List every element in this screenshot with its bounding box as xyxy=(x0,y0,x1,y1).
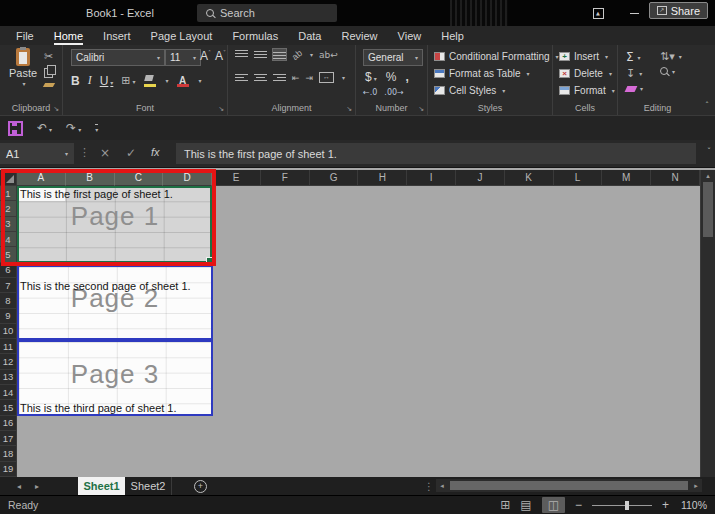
find-select-button[interactable]: ▾ xyxy=(660,67,675,75)
font-dialog-launcher[interactable]: ↘ xyxy=(218,105,224,113)
autosum-button[interactable]: Σ ▾ xyxy=(626,50,641,64)
delete-button[interactable]: Delete ▾ xyxy=(559,68,612,79)
search-box[interactable]: Search xyxy=(197,4,337,22)
row-header[interactable]: 8 xyxy=(0,293,17,308)
scroll-up-icon[interactable]: ▴ xyxy=(701,170,715,182)
next-sheet-button[interactable]: ▸ xyxy=(28,477,46,495)
row-header[interactable]: 14 xyxy=(0,385,17,400)
paste-button[interactable]: Paste ▾ xyxy=(6,48,40,96)
row-header[interactable]: 15 xyxy=(0,400,17,415)
ribbon-display-options-button[interactable]: ▲ xyxy=(584,0,612,26)
top-align-button[interactable] xyxy=(235,49,248,60)
row-header[interactable]: 16 xyxy=(0,416,17,431)
align-left-button[interactable] xyxy=(235,72,248,83)
expand-formula-bar-icon[interactable]: ˇ xyxy=(707,148,711,157)
scroll-left-icon[interactable]: ◂ xyxy=(436,482,448,490)
redo-button[interactable]: ↷▾ xyxy=(66,121,81,135)
insert-button[interactable]: Insert ▾ xyxy=(559,51,608,62)
zoom-slider[interactable] xyxy=(592,505,652,506)
orientation-button[interactable]: ab xyxy=(290,47,304,61)
column-header[interactable]: E xyxy=(212,170,261,186)
zoom-slider-thumb[interactable] xyxy=(625,501,629,510)
collapse-ribbon-button[interactable]: ˆ xyxy=(705,102,709,111)
sheet-tab-sheet2[interactable]: Sheet2 xyxy=(125,477,172,495)
column-header[interactable]: F xyxy=(261,170,310,186)
vertical-scrollbar[interactable]: ▴ xyxy=(700,170,715,477)
zoom-level[interactable]: 110% xyxy=(679,499,707,511)
normal-view-button[interactable]: ⊞ xyxy=(500,498,510,512)
font-name-select[interactable]: Calibri▾ xyxy=(71,49,165,66)
row-header[interactable]: 11 xyxy=(0,339,17,354)
number-dialog-launcher[interactable]: ↘ xyxy=(418,105,424,113)
row-header[interactable]: 9 xyxy=(0,309,17,324)
ribbon-tab[interactable]: Home xyxy=(44,26,93,45)
currency-button[interactable]: $▾ xyxy=(365,70,377,84)
format-button[interactable]: Format ▾ xyxy=(559,85,615,96)
align-right-button[interactable] xyxy=(273,72,286,83)
row-header[interactable]: 19 xyxy=(0,462,17,477)
ribbon-tab[interactable]: Insert xyxy=(93,26,141,45)
row-header[interactable]: 13 xyxy=(0,370,17,385)
zoom-out-button[interactable]: − xyxy=(575,498,582,512)
sort-filter-button[interactable]: ⇅▾ ▾ xyxy=(660,50,682,63)
zoom-in-button[interactable]: + xyxy=(662,498,669,512)
ribbon-tab[interactable]: Review xyxy=(331,26,387,45)
sheet-tab-sheet1[interactable]: Sheet1 xyxy=(78,477,125,495)
alignment-dialog-launcher[interactable]: ↘ xyxy=(346,105,352,113)
decrease-decimal-button[interactable]: .00→ xyxy=(384,88,403,97)
undo-button[interactable]: ↶▾ xyxy=(37,121,52,135)
column-header[interactable]: K xyxy=(505,170,554,186)
format-painter-button[interactable] xyxy=(43,83,55,87)
cell-styles-button[interactable]: Cell Styles ▾ xyxy=(434,85,505,96)
increase-font-button[interactable]: Aˆ xyxy=(200,49,211,63)
row-header[interactable]: 10 xyxy=(0,324,17,339)
horizontal-scroll-thumb[interactable] xyxy=(450,481,688,490)
fill-color-button[interactable] xyxy=(144,75,156,87)
font-size-select[interactable]: 11▾ xyxy=(165,49,201,66)
tab-scrollbar-splitter[interactable]: ⋮ xyxy=(424,481,434,492)
add-sheet-button[interactable]: + xyxy=(194,480,207,493)
center-button[interactable] xyxy=(254,72,267,83)
column-header[interactable]: N xyxy=(651,170,700,186)
merge-center-button[interactable]: ↔ xyxy=(319,72,334,83)
borders-button[interactable]: ⊞▾ xyxy=(121,74,135,87)
formula-input[interactable]: This is the first page of sheet 1. xyxy=(176,143,696,164)
bottom-align-button[interactable] xyxy=(273,49,286,60)
ribbon-tab[interactable]: Data xyxy=(288,26,331,45)
row-header[interactable]: 7 xyxy=(0,278,17,293)
name-box-splitter[interactable]: ⋮ xyxy=(79,146,90,159)
conditional-formatting-button[interactable]: Conditional Formatting ▾ xyxy=(434,51,559,62)
column-header[interactable]: I xyxy=(407,170,456,186)
increase-indent-button[interactable]: ⇥ xyxy=(306,73,314,83)
column-header[interactable]: J xyxy=(456,170,505,186)
minimize-button[interactable] xyxy=(620,0,648,26)
enter-check-icon[interactable]: ✓ xyxy=(126,146,136,160)
ribbon-tab[interactable]: Help xyxy=(431,26,474,45)
clear-button[interactable]: ▾ xyxy=(626,85,643,92)
decrease-font-button[interactable]: Aˇ xyxy=(215,49,226,63)
clipboard-dialog-launcher[interactable]: ↘ xyxy=(53,105,59,113)
decrease-indent-button[interactable]: ⇤ xyxy=(292,73,300,83)
column-header[interactable]: G xyxy=(310,170,359,186)
previous-sheet-button[interactable]: ◂ xyxy=(10,477,28,495)
italic-button[interactable]: I xyxy=(88,73,92,88)
percent-button[interactable]: % xyxy=(386,70,397,84)
ribbon-tab[interactable]: Formulas xyxy=(222,26,288,45)
comma-style-button[interactable]: , xyxy=(405,70,408,84)
column-header[interactable]: M xyxy=(602,170,651,186)
insert-function-button[interactable]: fx xyxy=(151,146,160,158)
column-header[interactable]: L xyxy=(554,170,603,186)
horizontal-scrollbar[interactable]: ◂ ▸ xyxy=(436,479,702,492)
row-header[interactable]: 17 xyxy=(0,431,17,446)
cut-button[interactable]: ✂ xyxy=(44,50,53,63)
underline-button[interactable]: U▾ xyxy=(100,74,114,88)
increase-decimal-button[interactable]: ←.0 xyxy=(363,88,377,97)
bold-button[interactable]: B xyxy=(71,74,80,88)
wrap-text-button[interactable]: ab↩ xyxy=(319,50,338,60)
copy-button[interactable] xyxy=(44,68,53,78)
customize-qat-button[interactable]: ▾ xyxy=(95,124,98,133)
fill-button[interactable]: ↧ ▾ xyxy=(626,67,642,80)
column-header[interactable]: H xyxy=(358,170,407,186)
ribbon-tab[interactable]: File xyxy=(6,26,44,45)
name-box[interactable]: A1 ▾ xyxy=(0,143,74,164)
